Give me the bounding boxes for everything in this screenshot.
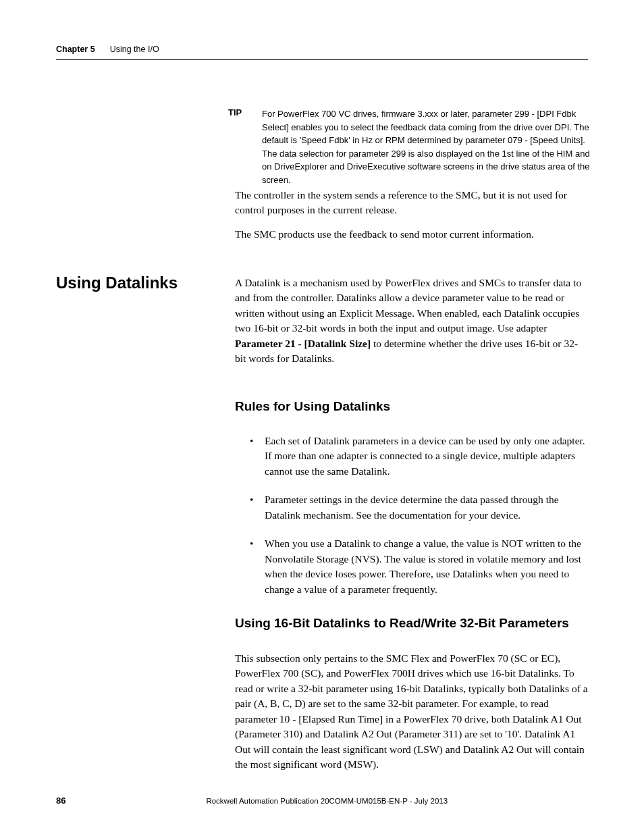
tip-block: TIP For PowerFlex 700 VC drives, firmwar… — [228, 107, 590, 186]
section-body: A Datalink is a mechanism used by PowerF… — [235, 276, 589, 367]
subsection-body: This subsection only pertains to the SMC… — [235, 651, 589, 773]
body-paragraph: The controller in the system sends a ref… — [235, 188, 589, 218]
chapter-label: Chapter 5 — [56, 45, 95, 54]
section-body-pre: A Datalink is a mechanism used by PowerF… — [235, 277, 581, 334]
page-header: Chapter 5 Using the I/O — [56, 45, 588, 54]
subheading-rules: Rules for Using Datalinks — [235, 399, 390, 414]
section-heading: Using Datalinks — [56, 273, 178, 292]
list-item: Each set of Datalink parameters in a dev… — [250, 434, 589, 479]
rules-list: Each set of Datalink parameters in a dev… — [250, 434, 589, 610]
tip-label: TIP — [228, 107, 262, 186]
body-paragraph: The SMC products use the feedback to sen… — [235, 227, 589, 242]
list-item: When you use a Datalink to change a valu… — [250, 536, 589, 597]
publication-info: Rockwell Automation Publication 20COMM-U… — [65, 797, 588, 805]
page-footer: 86 Rockwell Automation Publication 20COM… — [56, 796, 588, 806]
header-rule — [56, 59, 588, 60]
list-item: Parameter settings in the device determi… — [250, 492, 589, 523]
tip-text: For PowerFlex 700 VC drives, firmware 3.… — [262, 107, 590, 186]
chapter-title: Using the I/O — [110, 45, 159, 54]
page-number: 86 — [56, 796, 65, 806]
section-body-bold: Parameter 21 - [Datalink Size] — [235, 338, 371, 349]
subheading-16bit: Using 16-Bit Datalinks to Read/Write 32-… — [235, 616, 569, 631]
